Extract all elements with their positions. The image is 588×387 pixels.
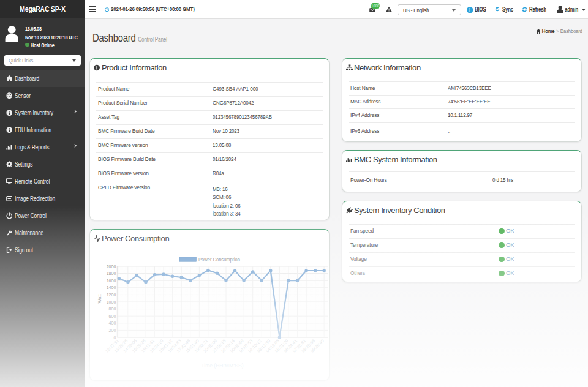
svg-text:1600: 1600 [107,278,116,282]
svg-text:800: 800 [109,307,116,311]
svg-text:1400: 1400 [107,285,116,290]
svg-text:200: 200 [109,328,116,332]
svg-text:400: 400 [109,321,116,325]
svg-text:600: 600 [109,314,116,318]
svg-text:1800: 1800 [107,271,116,276]
svg-text:Time (HH:MM:SS): Time (HH:MM:SS) [201,363,243,369]
svg-text:1200: 1200 [107,292,116,296]
svg-text:Watt: Watt [97,293,102,303]
svg-text:1000: 1000 [107,299,116,304]
svg-text:2000: 2000 [107,264,116,268]
svg-text:Power Consumption: Power Consumption [198,256,240,262]
